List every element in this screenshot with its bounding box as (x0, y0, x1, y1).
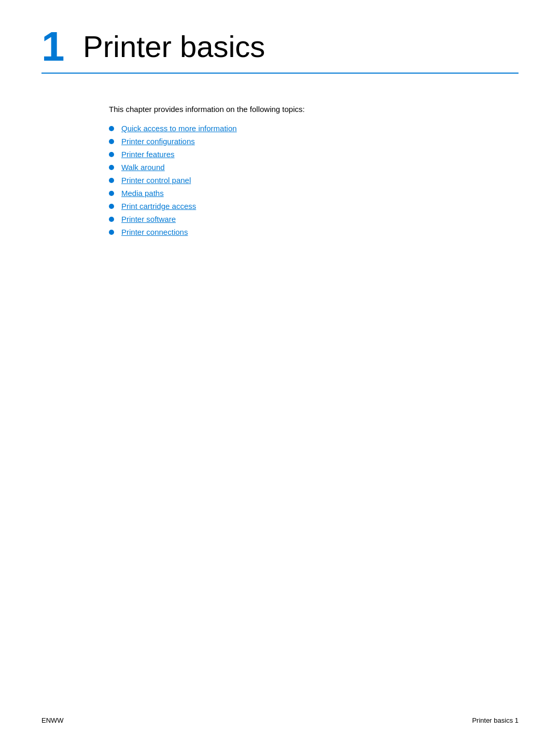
bullet-icon (109, 204, 114, 209)
footer-left: ENWW (41, 716, 64, 724)
intro-text: This chapter provides information on the… (109, 105, 519, 114)
list-item: Print cartridge access (109, 202, 519, 210)
chapter-number: 1 (41, 26, 73, 67)
bullet-icon (109, 191, 114, 196)
list-item: Walk around (109, 163, 519, 172)
list-item: Quick access to more information (109, 124, 519, 133)
toc-link-4[interactable]: Printer control panel (121, 176, 191, 185)
toc-link-7[interactable]: Printer software (121, 215, 176, 223)
bullet-icon (109, 152, 114, 157)
list-item: Printer connections (109, 228, 519, 236)
list-item: Printer control panel (109, 176, 519, 185)
list-item: Printer features (109, 150, 519, 159)
footer-right: Printer basics 1 (472, 716, 519, 724)
chapter-header: 1 Printer basics (41, 26, 519, 74)
bullet-icon (109, 165, 114, 170)
toc-list: Quick access to more informationPrinter … (109, 124, 519, 236)
list-item: Media paths (109, 189, 519, 198)
bullet-icon (109, 230, 114, 235)
toc-link-5[interactable]: Media paths (121, 189, 164, 198)
chapter-title: Printer basics (83, 26, 265, 63)
bullet-icon (109, 217, 114, 222)
list-item: Printer configurations (109, 137, 519, 146)
toc-link-6[interactable]: Print cartridge access (121, 202, 196, 210)
page-container: 1 Printer basics This chapter provides i… (0, 0, 560, 745)
toc-link-1[interactable]: Printer configurations (121, 137, 195, 146)
bullet-icon (109, 126, 114, 131)
toc-link-8[interactable]: Printer connections (121, 228, 188, 236)
list-item: Printer software (109, 215, 519, 223)
toc-link-3[interactable]: Walk around (121, 163, 165, 172)
bullet-icon (109, 139, 114, 144)
bullet-icon (109, 178, 114, 183)
page-footer: ENWW Printer basics 1 (0, 716, 560, 724)
toc-link-2[interactable]: Printer features (121, 150, 175, 159)
toc-link-0[interactable]: Quick access to more information (121, 124, 237, 133)
